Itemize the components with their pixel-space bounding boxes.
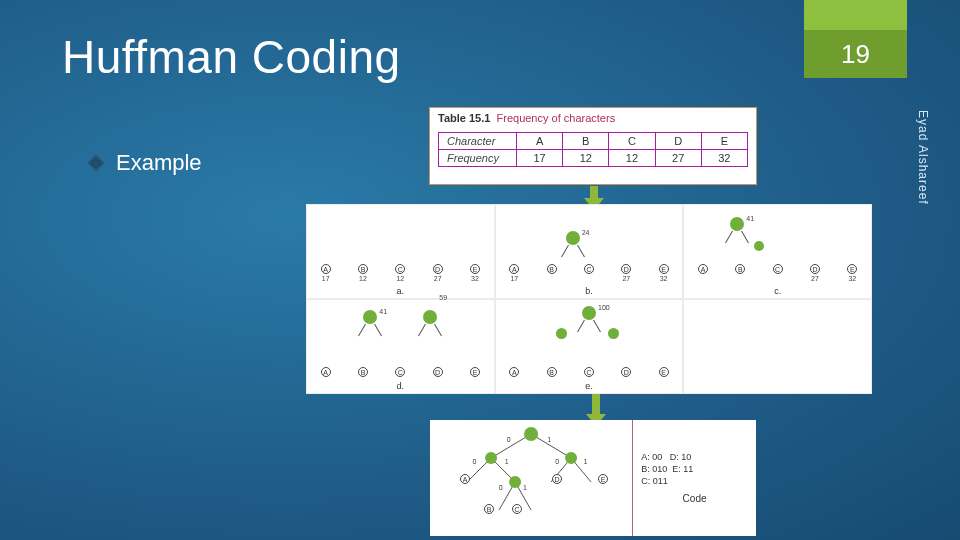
- node59: [423, 310, 437, 324]
- table-number: Table 15.1: [438, 112, 490, 124]
- val-D: 27: [655, 150, 701, 167]
- title-wrap: Huffman Coding: [62, 30, 401, 84]
- arrow-down-icon: [590, 186, 598, 200]
- node41: [363, 310, 377, 324]
- huffman-steps: A17 B12 C12 D27 E32 a. 24 A17 B C D27 E3…: [306, 204, 872, 394]
- code-table: A: 00 D: 10 B: 010 E: 11 C: 011 Code: [632, 420, 756, 536]
- svg-point-9: [485, 452, 497, 464]
- col-B: B: [563, 133, 609, 150]
- freq-table-grid: Character A B C D E Frequency 17 12 12 2…: [438, 132, 748, 167]
- svg-point-8: [524, 427, 538, 441]
- table-caption: Table 15.1 Frequency of characters: [438, 112, 615, 124]
- author-name: Eyad Alshareef: [916, 110, 930, 205]
- final-tree-panel: 0 1 0 1 0 1 0 1 A D E B C A: 00 D: 10 B:…: [430, 420, 756, 536]
- slide-title: Huffman Coding: [62, 30, 401, 84]
- code-row: B: 010 E: 11: [641, 464, 748, 474]
- step-e: 100 A B C D E e.: [495, 299, 684, 394]
- col-C: C: [609, 133, 655, 150]
- arrow-down-icon: [592, 394, 600, 416]
- svg-point-10: [565, 452, 577, 464]
- page-number-badge: 19: [804, 30, 907, 78]
- merge-node: [566, 231, 580, 245]
- step-d: 41 59 A B C D E d.: [306, 299, 495, 394]
- code-row: C: 011: [641, 476, 748, 486]
- merge-node: [730, 217, 744, 231]
- col-E: E: [701, 133, 747, 150]
- bullet-item: Example: [90, 150, 202, 176]
- empty-cell: [683, 299, 872, 394]
- sub-node: [754, 241, 764, 251]
- accent-strip: [804, 0, 907, 30]
- val-C: 12: [609, 150, 655, 167]
- step-b: 24 A17 B C D27 E32 b.: [495, 204, 684, 299]
- table-title: Frequency of characters: [497, 112, 616, 124]
- root-node: [582, 306, 596, 320]
- final-tree: 0 1 0 1 0 1 0 1 A D E B C: [430, 420, 632, 536]
- col-A: A: [517, 133, 563, 150]
- row-header: Frequency: [439, 150, 517, 167]
- row-header: Character: [439, 133, 517, 150]
- val-E: 32: [701, 150, 747, 167]
- code-row: A: 00 D: 10: [641, 452, 748, 462]
- final-leaves: A D E: [436, 474, 626, 484]
- frequency-table: Table 15.1 Frequency of characters Chara…: [430, 108, 756, 184]
- step-c: 41 A B C D27 E32 c.: [683, 204, 872, 299]
- step-a: A17 B12 C12 D27 E32 a.: [306, 204, 495, 299]
- val-A: 17: [517, 150, 563, 167]
- col-D: D: [655, 133, 701, 150]
- diamond-icon: [88, 155, 105, 172]
- code-title: Code: [641, 493, 748, 504]
- bullet-label: Example: [116, 150, 202, 176]
- val-B: 12: [563, 150, 609, 167]
